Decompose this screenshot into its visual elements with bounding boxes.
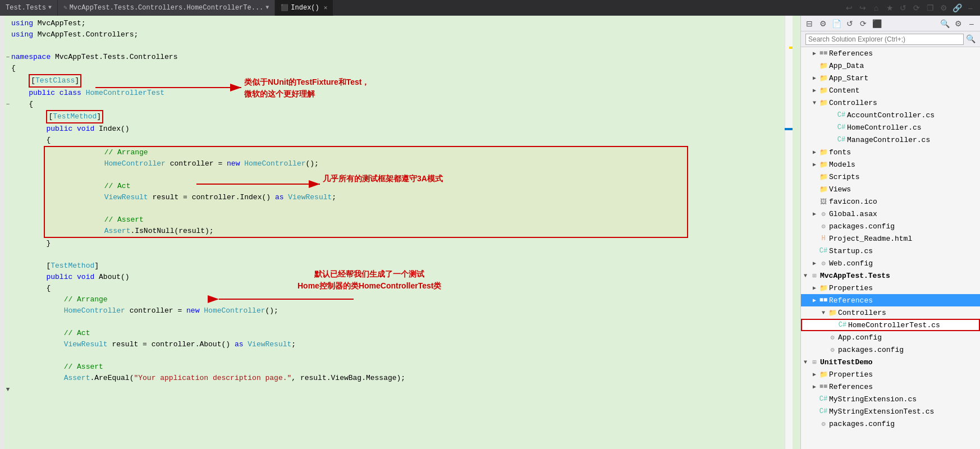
tree-item-favicon[interactable]: 🖼 favicon.ico: [801, 195, 980, 208]
code-line: Assert.AreEqual("Your application descri…: [4, 373, 800, 384]
code-line: {: [4, 63, 800, 74]
code-line: {: [4, 283, 800, 294]
code-line: {: [4, 135, 800, 146]
se-new-btn[interactable]: ⬛: [871, 17, 883, 30]
code-line: [TestMethod]: [4, 260, 800, 272]
tree-label: MvcAppTest.Tests: [820, 272, 890, 280]
tree-item-app-start[interactable]: ▶ 📁 App_Start: [801, 72, 980, 84]
tree-item-mystringext[interactable]: C# MyStringExtension.cs: [801, 393, 980, 405]
marker-bar: [785, 16, 793, 449]
cs-file-icon: C#: [837, 123, 846, 131]
se-sync-btn[interactable]: ⟳: [857, 17, 869, 30]
tree-item-account-controller[interactable]: C# AccountController.cs: [801, 109, 980, 121]
config-icon: ⚙: [828, 346, 837, 354]
tree-label: Views: [829, 185, 851, 194]
se-tree[interactable]: ▶ ■■ References 📁 App_Data ▶ 📁 App_Start: [801, 47, 980, 449]
tree-label: fonts: [829, 148, 851, 157]
tree-item-homecontrollertest[interactable]: C# HomeControllerTest.cs: [801, 319, 980, 331]
tree-label: packages.config: [829, 222, 895, 231]
toolbar-settings-btn[interactable]: ⚙: [937, 2, 950, 14]
tree-item-packages-config-1[interactable]: ⚙ packages.config: [801, 220, 980, 232]
tree-label: Web.config: [829, 259, 873, 268]
tab-mvc-controller[interactable]: ✎ MvcAppTest.Tests.Controllers.HomeContr…: [58, 0, 275, 16]
tree-label: Properties: [829, 370, 873, 379]
se-collapse-btn[interactable]: ⊟: [803, 17, 816, 30]
tree-item-home-controller[interactable]: C# HomeController.cs: [801, 121, 980, 134]
se-settings-btn[interactable]: ⚙: [952, 17, 964, 30]
tab-dropdown-icon[interactable]: ▼: [48, 4, 52, 11]
tree-item-models[interactable]: ▶ 📁 Models: [801, 158, 980, 171]
code-line: // Assert: [45, 214, 687, 226]
tree-label: Properties: [829, 284, 873, 292]
marker-position: [785, 128, 793, 130]
tab-index-close[interactable]: ✕: [324, 4, 328, 11]
toolbar-home-btn[interactable]: ⌂: [870, 2, 882, 14]
toolbar-star-btn[interactable]: ★: [883, 2, 896, 14]
tree-item-properties[interactable]: ▶ 📁 Properties: [801, 282, 980, 294]
tab-test-tests[interactable]: Test.Tests ▼: [0, 0, 58, 16]
tree-label: References: [829, 49, 873, 58]
se-refresh-btn[interactable]: ↺: [844, 17, 856, 30]
toolbar-link-btn[interactable]: 🔗: [951, 2, 963, 14]
code-content[interactable]: using MvcAppTest; using MvcAppTest.Contr…: [0, 16, 800, 449]
tree-item-content[interactable]: ▶ 📁 Content: [801, 84, 980, 97]
code-line: − namespace MvcAppTest.Tests.Controllers: [4, 52, 800, 63]
tree-item-web-config[interactable]: ▶ ⚙ Web.config: [801, 257, 980, 269]
tree-label: HomeControllerTest.cs: [848, 321, 940, 329]
tree-item-packages-config-2[interactable]: ⚙ packages.config: [801, 343, 980, 356]
toolbar-forward-btn[interactable]: ↪: [857, 2, 869, 14]
code-line: [TestMethod]: [4, 110, 800, 123]
tree-item-manage-controller[interactable]: C# ManageController.cs: [801, 134, 980, 146]
code-editor[interactable]: using MvcAppTest; using MvcAppTest.Contr…: [0, 16, 800, 449]
tab-mvc-dropdown[interactable]: ▼: [265, 4, 269, 11]
se-props-btn[interactable]: ⚙: [817, 17, 829, 30]
cs-file-icon: C#: [819, 247, 828, 255]
tree-item-app-config[interactable]: ⚙ App.config: [801, 331, 980, 343]
code-line: Assert.IsNotNull(result);: [45, 226, 687, 237]
toolbar-copy-btn[interactable]: ❐: [924, 2, 936, 14]
tree-item-properties-2[interactable]: ▶ 📁 Properties: [801, 368, 980, 381]
tree-item-app-data[interactable]: 📁 App_Data: [801, 59, 980, 72]
tree-item-controllers-tests[interactable]: ▼ 📁 Controllers: [801, 306, 980, 319]
toolbar-refresh-btn[interactable]: ↺: [897, 2, 909, 14]
se-minus-btn[interactable]: –: [965, 17, 978, 30]
tree-item-mvcapptest-tests-project[interactable]: ▼ ⊞ MvcAppTest.Tests: [801, 269, 980, 282]
tree-item-global-asax[interactable]: ▶ ⚙ Global.asax: [801, 208, 980, 220]
folder-icon: 📁: [819, 173, 828, 181]
tree-label: References: [829, 296, 873, 305]
code-line: [4, 317, 800, 328]
tree-item-project-readme[interactable]: H Project_Readme.html: [801, 232, 980, 245]
tree-item-fonts[interactable]: ▶ 📁 fonts: [801, 146, 980, 158]
tree-item-packages-config-3[interactable]: ⚙ packages.config: [801, 418, 980, 430]
folder-icon: 📁: [819, 370, 828, 379]
tree-label: References: [829, 383, 873, 391]
toolbar-back-btn[interactable]: ↩: [843, 2, 855, 14]
code-line: // Arrange: [45, 147, 687, 158]
toolbar-minus-btn[interactable]: –: [964, 2, 977, 14]
se-search-input[interactable]: [805, 34, 964, 45]
code-line: [45, 203, 687, 214]
tree-item-references-1[interactable]: ▶ ■■ References: [801, 47, 980, 59]
tree-item-startup-cs[interactable]: C# Startup.cs: [801, 245, 980, 257]
code-line: [4, 249, 800, 260]
tree-item-unittestdemo-project[interactable]: ▼ ⊞ UnitTestDemo: [801, 356, 980, 368]
se-filter-btn[interactable]: 🔍: [938, 17, 951, 30]
config-icon: ⚙: [819, 222, 828, 231]
toolbar-sync-btn[interactable]: ⟳: [910, 2, 923, 14]
tree-label: ManageController.cs: [847, 136, 930, 144]
tab-index[interactable]: ⬛ Index() ✕: [275, 0, 333, 16]
tree-item-mystringexttest[interactable]: C# MyStringExtensionTest.cs: [801, 405, 980, 418]
se-show-files-btn[interactable]: 📄: [830, 17, 842, 30]
toolbar-area: ↩ ↪ ⌂ ★ ↺ ⟳ ❐ ⚙ 🔗 –: [843, 2, 980, 14]
tree-item-references-3[interactable]: ▶ ■■ References: [801, 381, 980, 393]
tree-label: Project_Readme.html: [829, 235, 912, 243]
references-icon: ■■: [819, 383, 828, 391]
method-icon: ⬛: [281, 4, 288, 11]
tree-label: App.config: [838, 333, 882, 342]
cs-file-icon: C#: [819, 395, 828, 403]
tree-item-scripts[interactable]: 📁 Scripts: [801, 171, 980, 183]
tree-item-references-selected[interactable]: ▶ ■■ References: [801, 294, 980, 306]
se-search-icon[interactable]: 🔍: [966, 34, 976, 44]
tree-item-controllers-expanded[interactable]: ▼ 📁 Controllers: [801, 97, 980, 109]
tree-item-views[interactable]: 📁 Views: [801, 183, 980, 195]
